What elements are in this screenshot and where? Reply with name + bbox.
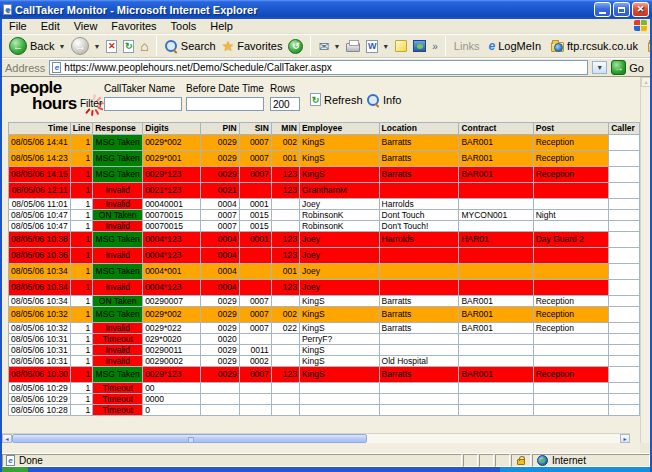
cell-post: Reception [533, 307, 608, 323]
cell-pin: 0029 [201, 345, 239, 356]
cell-sin: 0007 [239, 323, 271, 334]
cell-response: MSG Taken [93, 135, 143, 151]
cell-post [533, 405, 608, 416]
cell-line: 1 [70, 383, 92, 394]
before-date-time-input[interactable] [186, 97, 264, 111]
cell-line: 1 [70, 167, 92, 183]
cell-line: 1 [70, 356, 92, 367]
scroll-right-arrow-icon[interactable]: ▸ [620, 434, 630, 443]
back-button[interactable]: ← Back ▼ [6, 37, 68, 55]
cell-response: Timeout [93, 405, 143, 416]
cell-location [379, 248, 459, 264]
cell-location [379, 280, 459, 296]
before-date-time-field: Before Date Time [186, 83, 264, 111]
close-button[interactable]: ✕ [632, 2, 649, 17]
cell-line: 1 [70, 323, 92, 334]
search-button[interactable]: Search [161, 39, 219, 53]
column-header-post[interactable]: Post [533, 123, 608, 135]
link-logmein[interactable]: e LogMeIn [484, 40, 547, 52]
horizontal-scrollbar[interactable]: ◂ ▸ [2, 433, 630, 443]
calltaker-name-input[interactable] [104, 97, 182, 111]
cell-sin [239, 183, 271, 199]
menu-tools[interactable]: Tools [164, 20, 204, 32]
info-button[interactable]: Info [366, 93, 401, 107]
column-header-digits[interactable]: Digits [143, 123, 201, 135]
table-row: 08/05/06 10:311Timeout029*00200020PerryF… [9, 334, 640, 345]
toolbar-separator [156, 36, 157, 56]
edit-word-button[interactable]: W ▼ [363, 40, 392, 53]
cell-line: 1 [70, 151, 92, 167]
cell-employee: KingS [299, 323, 379, 334]
links-label: Links [450, 40, 484, 52]
column-header-employee[interactable]: Employee [299, 123, 379, 135]
cell-employee: KingS [299, 356, 379, 367]
rows-input[interactable] [270, 97, 300, 111]
messenger-button[interactable] [392, 40, 410, 52]
history-button[interactable]: ↺ [285, 39, 306, 54]
cell-post: Reception [533, 323, 608, 334]
cell-contract [459, 345, 533, 356]
column-header-sin[interactable]: SIN [239, 123, 271, 135]
forward-button[interactable]: → ▼ [68, 37, 103, 55]
cell-contract: HAR01 [459, 232, 533, 248]
cell-sin: 0001 [239, 199, 271, 210]
cell-contract: BAR001 [459, 167, 533, 183]
cell-line: 1 [70, 307, 92, 323]
forward-dropdown-icon[interactable]: ▼ [93, 43, 100, 50]
column-header-pin[interactable]: PIN [201, 123, 239, 135]
column-header-location[interactable]: Location [379, 123, 459, 135]
cell-location: Dont Touch [379, 210, 459, 221]
column-header-response[interactable]: Response [93, 123, 143, 135]
minimize-button[interactable] [594, 2, 611, 17]
address-input[interactable]: e https://www.peoplehours.net/Demo/Sched… [49, 60, 588, 75]
scroll-left-arrow-icon[interactable]: ◂ [2, 434, 12, 443]
cell-time: 08/05/06 10:32 [9, 323, 71, 334]
cell-employee: PerryF? [299, 334, 379, 345]
cell-pin: 0029 [201, 151, 239, 167]
menu-view[interactable]: View [67, 20, 105, 32]
mail-button[interactable]: ✉ ▼ [315, 40, 343, 53]
cell-caller [609, 280, 640, 296]
cell-line: 1 [70, 334, 92, 345]
toolbar-overflow-chevron[interactable]: » [429, 41, 441, 52]
page-refresh-button[interactable]: ↻ Refresh [310, 93, 363, 106]
horizontal-scroll-thumb[interactable] [12, 434, 367, 443]
column-header-min[interactable]: MIN [271, 123, 299, 135]
cell-location: Barratts [379, 151, 459, 167]
home-button[interactable]: ⌂ [137, 39, 151, 53]
cell-caller [609, 221, 640, 232]
menu-edit[interactable]: Edit [34, 20, 67, 32]
status-empty-pane [495, 454, 510, 467]
restore-button[interactable] [613, 2, 630, 17]
cell-contract [459, 264, 533, 280]
cell-pin [201, 405, 239, 416]
calltaker-name-field: CallTaker Name [104, 83, 182, 111]
favorites-button[interactable]: ★ Favorites [219, 39, 286, 53]
back-dropdown-icon[interactable]: ▼ [58, 43, 65, 50]
cell-time: 08/05/06 10:31 [9, 334, 71, 345]
address-dropdown-icon[interactable]: ▼ [592, 61, 607, 74]
lock-icon [517, 459, 525, 465]
column-header-contract[interactable]: Contract [459, 123, 533, 135]
table-row: 08/05/06 10:321MSG Taken0029*00200290007… [9, 307, 640, 323]
mail-dropdown-icon[interactable]: ▼ [333, 43, 340, 50]
cell-post: Day Guard 2 [533, 232, 608, 248]
cell-digits: 0004*123 [143, 248, 201, 264]
menu-help[interactable]: Help [203, 20, 240, 32]
page-area: people hours Filter CallTaker Name Befor… [2, 77, 640, 443]
menu-favorites[interactable]: Favorites [104, 20, 163, 32]
print-button[interactable] [343, 40, 363, 52]
menu-file[interactable]: File [2, 20, 34, 32]
cell-line: 1 [70, 405, 92, 416]
column-header-caller[interactable]: Caller [609, 123, 640, 135]
go-button[interactable]: → Go [611, 60, 647, 75]
link-ftp-rcsuk[interactable]: ftp.rcsuk.co.uk [546, 40, 643, 52]
stop-button[interactable]: ✕ [103, 40, 120, 53]
media-button[interactable] [410, 40, 429, 52]
table-row: 08/05/06 10:361Invalid0004*1230004123Joe… [9, 248, 640, 264]
refresh-button[interactable]: ↻ [120, 40, 137, 53]
vertical-scrollbar[interactable]: ▲ ▼ [640, 77, 650, 453]
edit-dropdown-icon[interactable]: ▼ [382, 43, 389, 50]
column-header-line[interactable]: Line [70, 123, 92, 135]
column-header-time[interactable]: Time [9, 123, 71, 135]
